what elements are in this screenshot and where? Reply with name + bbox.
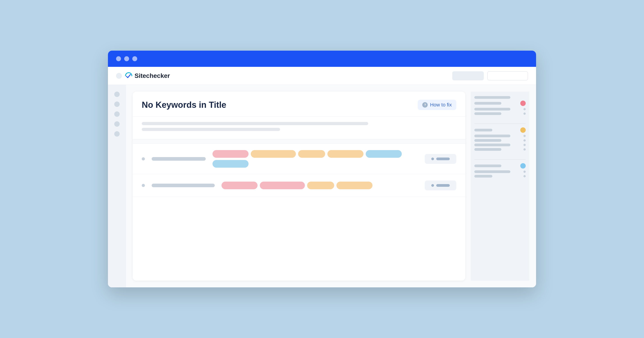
- tag-2-2: [260, 181, 305, 189]
- sidebar-item-3[interactable]: [114, 111, 120, 117]
- rs-dot-5: [524, 144, 526, 146]
- rs-dot-2: [524, 113, 526, 115]
- rs-row-4: [474, 112, 526, 115]
- rs-line-4: [474, 112, 501, 115]
- rs-row-2: [474, 101, 526, 106]
- rs-row-7: [474, 139, 526, 142]
- rs-row-10: [474, 163, 526, 169]
- action-dot-1: [431, 158, 434, 160]
- browser-toolbar: Sitechecker: [108, 67, 536, 85]
- sidebar-item-2[interactable]: [114, 102, 120, 107]
- rs-dot-1: [524, 108, 526, 110]
- tag-2-1: [222, 181, 258, 189]
- card-title: No Keywords in Title: [142, 100, 226, 110]
- row-url-1: [152, 157, 206, 161]
- tag-1-4: [328, 150, 364, 158]
- tag-1-6: [212, 160, 248, 168]
- traffic-light-1[interactable]: [116, 56, 121, 61]
- how-to-fix-label: How to fix: [430, 102, 452, 108]
- traffic-light-2[interactable]: [124, 56, 129, 61]
- rs-section-3: [474, 163, 526, 179]
- browser-window: Sitechecker No Keywords in Title ?: [108, 51, 536, 287]
- rs-line-5: [474, 129, 492, 131]
- row-tags-2: [222, 181, 418, 189]
- row-bullet-1: [142, 157, 145, 161]
- row-bullet-2: [142, 184, 145, 187]
- rs-line-1: [474, 96, 510, 99]
- logo-icon: [124, 72, 132, 80]
- right-sidebar: [471, 92, 529, 281]
- logo-circle: [116, 73, 122, 79]
- rs-badge-blue: [520, 163, 526, 169]
- traffic-light-3[interactable]: [132, 56, 137, 61]
- rs-badge-red: [520, 101, 526, 106]
- tag-2-3: [307, 181, 334, 189]
- row-url-2: [152, 184, 215, 187]
- rs-row-12: [474, 175, 526, 177]
- browser-titlebar: [108, 51, 536, 67]
- rs-row-1: [474, 96, 526, 99]
- sidebar-item-4[interactable]: [114, 121, 120, 127]
- rs-line-2: [474, 102, 501, 105]
- rs-row-8: [474, 144, 526, 146]
- row-action-btn-1[interactable]: [425, 154, 456, 164]
- rs-line-8: [474, 144, 510, 146]
- logo-text: Sitechecker: [134, 72, 170, 79]
- rs-line-3: [474, 108, 510, 111]
- tag-1-2: [251, 150, 296, 158]
- table-row-1: [133, 144, 465, 174]
- rs-section-2: [474, 127, 526, 153]
- tag-1-5: [366, 150, 402, 158]
- sidebar-item-5[interactable]: [114, 131, 120, 137]
- tag-1-3: [298, 150, 325, 158]
- rs-row-3: [474, 108, 526, 111]
- card-header: No Keywords in Title ? How to fix: [133, 92, 465, 117]
- rs-line-10: [474, 165, 501, 167]
- rs-dot-4: [524, 139, 526, 142]
- rs-row-5: [474, 127, 526, 133]
- main-panel: No Keywords in Title ? How to fix: [126, 85, 536, 287]
- table-row-2: [133, 174, 465, 197]
- action-dot-2: [431, 184, 434, 187]
- tag-2-4: [336, 181, 372, 189]
- tag-1-1: [212, 150, 248, 158]
- rs-row-9: [474, 148, 526, 151]
- rs-line-6: [474, 135, 510, 137]
- action-line-1: [436, 158, 450, 160]
- rs-dot-3: [524, 135, 526, 137]
- separator-row: [133, 139, 465, 144]
- rs-line-7: [474, 139, 501, 142]
- rs-dot-6: [524, 148, 526, 151]
- rs-row-11: [474, 170, 526, 173]
- desc-line-1: [142, 122, 368, 125]
- rs-badge-orange: [520, 127, 526, 133]
- rs-line-9: [474, 148, 501, 151]
- how-to-fix-button[interactable]: ? How to fix: [418, 100, 456, 110]
- logo-area: Sitechecker: [116, 72, 448, 80]
- left-sidebar: [108, 85, 126, 287]
- row-action-btn-2[interactable]: [425, 180, 456, 190]
- card-description: [133, 117, 465, 139]
- rs-line-12: [474, 175, 492, 177]
- toolbar-buttons: [452, 71, 528, 80]
- action-line-2: [436, 184, 450, 187]
- rs-divider-2: [474, 159, 526, 160]
- rs-divider-1: [474, 124, 526, 124]
- sidebar-item-1[interactable]: [114, 92, 120, 97]
- rs-dot-7: [524, 170, 526, 173]
- rs-line-11: [474, 170, 510, 173]
- row-tags-1: [212, 150, 418, 168]
- toolbar-button-1[interactable]: [452, 71, 484, 80]
- desc-line-2: [142, 128, 280, 131]
- toolbar-button-2[interactable]: [488, 71, 528, 80]
- content-card: No Keywords in Title ? How to fix: [133, 92, 465, 281]
- how-to-fix-icon: ?: [422, 102, 428, 108]
- browser-content: No Keywords in Title ? How to fix: [108, 85, 536, 287]
- rs-dot-8: [524, 175, 526, 177]
- rs-section-1: [474, 96, 526, 117]
- rs-row-6: [474, 135, 526, 137]
